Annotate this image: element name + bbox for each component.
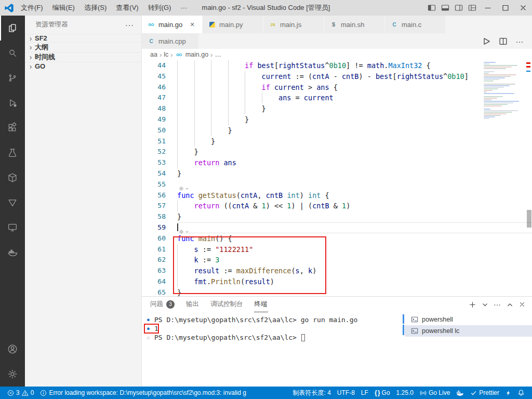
- code-line-60[interactable]: 60func main() {: [142, 233, 532, 244]
- code-line-61[interactable]: 61s := "1122211": [142, 244, 532, 255]
- status-tab-size[interactable]: 制表符长度: 4: [290, 387, 334, 399]
- activity-bar-item-explorer[interactable]: [0, 16, 25, 41]
- sidebar-section-outline[interactable]: ›大纲: [25, 42, 141, 52]
- code-line-53[interactable]: 53return ans: [142, 157, 532, 168]
- panel-tab-debug-console[interactable]: 调试控制台: [210, 297, 244, 312]
- breadcrumb-item-2[interactable]: GOmain.go: [175, 50, 208, 59]
- status-workspace-error[interactable]: Error loading workspace: D:\mysetup\gopa…: [37, 387, 249, 399]
- code-line-47[interactable]: 47ans = current: [142, 92, 532, 103]
- close-button[interactable]: [514, 0, 532, 16]
- split-editor-button[interactable]: [497, 35, 509, 47]
- activity-bar-item-package[interactable]: [0, 165, 25, 190]
- activity-bar-item-live-server[interactable]: [0, 215, 25, 240]
- sidebar-section-go[interactable]: ›GO: [25, 62, 141, 70]
- status-eol[interactable]: LF: [358, 387, 371, 399]
- code-line-51[interactable]: 51}: [142, 136, 532, 147]
- code-line-49[interactable]: 49}: [142, 114, 532, 125]
- activity-bar-item-settings[interactable]: [0, 362, 25, 387]
- tab-main-go[interactable]: GOmain.go×: [142, 16, 203, 33]
- code-line-63[interactable]: 63result := maxDifference(s, k): [142, 265, 532, 276]
- terminal-list-item-0[interactable]: powershell: [405, 314, 532, 325]
- breadcrumb-item-1[interactable]: lc: [164, 51, 168, 58]
- activity-bar-item-funnel[interactable]: [0, 190, 25, 215]
- toggle-sidebar-icon[interactable]: [425, 0, 438, 16]
- overview-ruler[interactable]: [525, 60, 532, 296]
- status-language-mode[interactable]: { }Go: [371, 387, 393, 399]
- toggle-panel-icon[interactable]: [438, 0, 452, 16]
- menu-item-4[interactable]: 转到(G): [143, 0, 176, 16]
- maximize-button[interactable]: [497, 0, 514, 16]
- activity-bar-item-testing[interactable]: [0, 140, 25, 165]
- status-encoding[interactable]: UTF-8: [334, 387, 358, 399]
- terminal[interactable]: ●PS D:\mysetup\gopath\src\sf2\aa\lc> go …: [142, 312, 405, 387]
- activity-bar-item-run-debug[interactable]: [0, 90, 25, 115]
- status-feedback[interactable]: [502, 387, 514, 399]
- panel-tab-output[interactable]: 输出: [185, 297, 200, 312]
- activity-bar-item-docker[interactable]: [0, 240, 25, 265]
- breadcrumb-item-3[interactable]: …: [215, 51, 221, 58]
- tab-main-py[interactable]: main.py: [203, 16, 263, 33]
- code-line-65[interactable]: 65}: [142, 287, 532, 296]
- close-icon[interactable]: ×: [188, 20, 197, 29]
- tab-main-js[interactable]: JSmain.js: [263, 16, 324, 33]
- status-prettier[interactable]: Prettier: [467, 387, 502, 399]
- js-file-icon: JS: [269, 20, 277, 29]
- menu-item-0[interactable]: 文件(F): [16, 0, 48, 16]
- code-line-54[interactable]: 54}: [142, 168, 532, 179]
- command-decoration-icon[interactable]: ●: [147, 327, 154, 331]
- run-button[interactable]: [480, 35, 493, 47]
- code-line-59[interactable]: 59: [142, 222, 532, 233]
- more-actions-icon[interactable]: ···: [125, 21, 134, 29]
- run-gear-icon[interactable]: [178, 185, 189, 192]
- terminal-list-item-1[interactable]: powershell lc: [405, 325, 532, 337]
- tab-main-c[interactable]: Cmain.c: [385, 16, 446, 33]
- code-line-55[interactable]: 55: [142, 179, 532, 190]
- code-line-48[interactable]: 48}: [142, 103, 532, 114]
- command-decoration-icon[interactable]: ○: [147, 336, 154, 340]
- run-gear-icon[interactable]: [178, 228, 189, 235]
- menu-item-1[interactable]: 编辑(E): [48, 0, 79, 16]
- customize-layout-icon[interactable]: [466, 0, 479, 16]
- more-actions-icon[interactable]: ···: [513, 35, 526, 47]
- breadcrumb-item-0[interactable]: aa: [150, 51, 157, 58]
- menu-item-3[interactable]: 查看(V): [111, 0, 143, 16]
- code-line-58[interactable]: 58}: [142, 211, 532, 222]
- terminal-profile-dropdown-icon[interactable]: [479, 299, 490, 310]
- maximize-panel-icon[interactable]: [504, 299, 515, 310]
- sidebar-section-sf2[interactable]: ›SF2: [25, 34, 141, 42]
- status-notifications[interactable]: [514, 387, 528, 399]
- activity-bar-item-search[interactable]: [0, 41, 25, 65]
- code-line-44[interactable]: 44if best[rightStatus^0b10] != math.MaxI…: [142, 60, 532, 71]
- status-problems[interactable]: 30: [4, 387, 37, 399]
- minimize-button[interactable]: [479, 0, 497, 16]
- code-line-56[interactable]: 56func getStatus(cntA, cntB int) int {: [142, 190, 532, 201]
- menu-item-2[interactable]: 选择(S): [79, 0, 111, 16]
- minimap[interactable]: [484, 62, 524, 121]
- code-line-57[interactable]: 57return ((cntA & 1) << 1) | (cntB & 1): [142, 201, 532, 211]
- code-line-52[interactable]: 52}: [142, 147, 532, 157]
- tab-main-cpp[interactable]: Cmain.cpp: [142, 33, 199, 49]
- activity-bar-item-accounts[interactable]: [0, 337, 25, 362]
- status-go-live[interactable]: Go Live: [417, 387, 453, 399]
- tab-main-sh[interactable]: $main.sh: [324, 16, 385, 33]
- code-line-50[interactable]: 50}: [142, 125, 532, 136]
- code-line-45[interactable]: 45current := (cntA - cntB) - best[rightS…: [142, 71, 532, 82]
- sidebar-section-timeline[interactable]: ›时间线: [25, 52, 141, 62]
- code-line-62[interactable]: 62k := 3: [142, 255, 532, 265]
- activity-bar-item-source-control[interactable]: [0, 65, 25, 90]
- panel-tab-terminal[interactable]: 终端: [254, 297, 268, 312]
- status-docker[interactable]: [453, 387, 467, 399]
- more-actions-icon[interactable]: ···: [491, 299, 503, 310]
- close-panel-icon[interactable]: [516, 299, 528, 310]
- code-editor[interactable]: 44if best[rightStatus^0b10] != math.MaxI…: [142, 60, 532, 296]
- status-go-version[interactable]: 1.25.0: [393, 387, 417, 399]
- activity-bar-item-extensions[interactable]: [0, 115, 25, 140]
- code-line-64[interactable]: 64fmt.Println(result): [142, 276, 532, 287]
- menu-item-5[interactable]: ···: [176, 0, 192, 16]
- command-decoration-icon[interactable]: ●: [147, 318, 154, 322]
- code-line-46[interactable]: 46if current > ans {: [142, 82, 532, 93]
- new-terminal-icon[interactable]: [467, 299, 478, 310]
- scrollbar-thumb[interactable]: [527, 210, 531, 228]
- toggle-secondary-sidebar-icon[interactable]: [452, 0, 466, 16]
- panel-tab-problems[interactable]: 问题3: [150, 297, 175, 312]
